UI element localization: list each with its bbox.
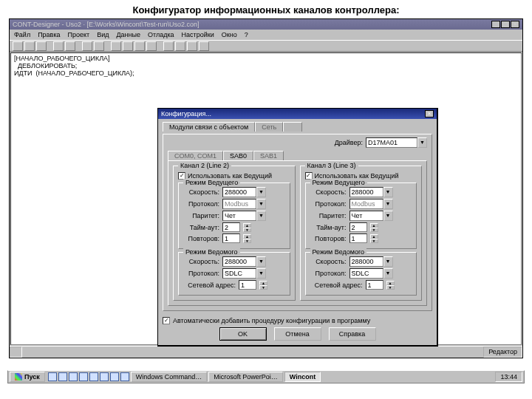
chevron-down-icon[interactable]: ▼ (256, 211, 266, 221)
ch2s-speed-combo[interactable]: ▼ (222, 256, 266, 267)
ch3-parity-combo[interactable]: ▼ (349, 211, 393, 221)
quicklaunch-icon[interactable] (58, 372, 67, 381)
ch3-netaddr-input[interactable] (366, 280, 383, 290)
menu-window[interactable]: Окно (222, 31, 237, 38)
taskbar-item[interactable]: Windows Command… (131, 372, 208, 382)
ch2s-proto-input[interactable] (222, 268, 256, 279)
chevron-down-icon[interactable]: ▼ (383, 211, 393, 221)
menu-project[interactable]: Проект (68, 31, 90, 38)
ch2-speed-combo[interactable]: ▼ (222, 187, 266, 197)
quicklaunch-icon[interactable] (69, 372, 78, 381)
ch2-proto-input[interactable] (222, 199, 256, 209)
ch2-parity-input[interactable] (222, 211, 256, 221)
toolbar-button[interactable] (53, 41, 64, 51)
ch3-proto-combo[interactable]: ▼ (349, 199, 393, 209)
chevron-down-icon[interactable]: ▼ (383, 187, 393, 197)
ch3-speed-input[interactable] (349, 187, 383, 197)
tab-sab1[interactable]: SAB1 (253, 151, 284, 160)
ch2-netaddr-spinner[interactable]: ▲▼ (259, 281, 267, 290)
ch2-timeout-spinner[interactable]: ▲▼ (243, 223, 251, 232)
menu-data[interactable]: Данные (117, 31, 141, 38)
toolbar-button[interactable] (94, 41, 104, 51)
ch2s-speed-input[interactable] (222, 256, 256, 267)
dialog-close-button[interactable]: × (425, 110, 434, 117)
menu-edit[interactable]: Правка (38, 31, 60, 38)
ok-button[interactable]: OK (219, 327, 267, 341)
app-titlebar[interactable]: CONT-Designer - Uso2 · [E:\Works\Wincont… (10, 19, 522, 30)
chevron-down-icon[interactable]: ▼ (383, 199, 393, 209)
ch3s-proto-combo[interactable]: ▼ (349, 268, 393, 279)
ch3-parity-input[interactable] (349, 211, 383, 221)
toolbar-button[interactable] (65, 41, 75, 51)
toolbar-button[interactable] (24, 41, 35, 51)
ch3-retries-spinner[interactable]: ▲▼ (370, 234, 378, 243)
status-mode: Редактор (483, 347, 522, 358)
quicklaunch-icon[interactable] (120, 372, 129, 381)
ch2-parity-combo[interactable]: ▼ (222, 211, 266, 221)
quicklaunch-icon[interactable] (100, 372, 109, 381)
quicklaunch-icon[interactable] (110, 372, 119, 381)
toolbar-button[interactable] (13, 41, 23, 51)
driver-combo[interactable]: ▼ (366, 137, 427, 148)
toolbar-button[interactable] (123, 41, 133, 51)
ch2-speed-input[interactable] (222, 187, 256, 197)
tab-sab0[interactable]: SAB0 (223, 151, 253, 160)
chevron-down-icon[interactable]: ▼ (383, 268, 393, 279)
auto-add-checkbox[interactable]: ✓ (163, 317, 170, 324)
toolbar-button[interactable] (175, 41, 185, 51)
dialog-titlebar[interactable]: Конфигурация... × (158, 109, 437, 119)
menu-view[interactable]: Вид (97, 31, 109, 38)
quicklaunch-icon[interactable] (48, 372, 57, 381)
ch2-retries-input[interactable] (222, 233, 240, 243)
chevron-down-icon[interactable]: ▼ (383, 256, 393, 267)
ch2-retries-spinner[interactable]: ▲▼ (243, 234, 251, 243)
ch3-netaddr-spinner[interactable]: ▲▼ (386, 281, 395, 290)
menu-file[interactable]: Файл (14, 31, 30, 38)
taskbar-item[interactable]: Microsoft PowerPoi… (208, 372, 283, 382)
ch3s-speed-combo[interactable]: ▼ (349, 256, 393, 267)
ch3-proto-input[interactable] (349, 199, 383, 209)
tab-blank[interactable] (283, 122, 302, 132)
chevron-down-icon[interactable]: ▼ (417, 137, 427, 148)
menu-settings[interactable]: Настройки (182, 31, 214, 38)
menu-help[interactable]: ? (245, 31, 248, 38)
menu-debug[interactable]: Отладка (148, 31, 174, 38)
cancel-button[interactable]: Отмена (274, 327, 321, 341)
ch3s-proto-input[interactable] (349, 268, 383, 279)
toolbar-button[interactable] (146, 41, 157, 51)
ch2s-proto-combo[interactable]: ▼ (222, 268, 266, 279)
toolbar-button[interactable] (199, 41, 209, 51)
taskbar-item-active[interactable]: Wincont (284, 372, 321, 382)
toolbar-button[interactable] (111, 41, 121, 51)
ch3-speed-combo[interactable]: ▼ (349, 187, 393, 197)
toolbar-button[interactable] (163, 41, 174, 51)
minimize-button[interactable]: _ (491, 21, 500, 28)
ch3-retries-input[interactable] (349, 233, 367, 243)
chevron-down-icon[interactable]: ▼ (256, 187, 266, 197)
ch3-timeout-spinner[interactable]: ▲▼ (370, 223, 378, 232)
quicklaunch-icon[interactable] (89, 372, 98, 381)
toolbar-button[interactable] (36, 41, 47, 51)
ch2-timeout-input[interactable] (222, 222, 240, 232)
ch2-netaddr-input[interactable] (239, 280, 256, 290)
toolbar-button[interactable] (187, 41, 197, 51)
tab-modules[interactable]: Модули связи с объектом (163, 122, 255, 132)
channel3-slave-group: Режим Ведомого Скорость: ▼ Протокол: ▼ С… (305, 252, 417, 296)
quicklaunch-icon[interactable] (79, 372, 88, 381)
tab-com[interactable]: COM0, COM1 (168, 151, 223, 160)
ch3-timeout-input[interactable] (349, 222, 367, 232)
chevron-down-icon[interactable]: ▼ (256, 256, 266, 267)
taskbar-clock[interactable]: 13:44 (495, 372, 522, 382)
close-button[interactable]: × (511, 21, 519, 28)
driver-input[interactable] (366, 137, 417, 148)
toolbar-button[interactable] (134, 41, 145, 51)
ch2-proto-combo[interactable]: ▼ (222, 199, 266, 209)
tab-network[interactable]: Сеть (255, 122, 283, 132)
chevron-down-icon[interactable]: ▼ (256, 268, 266, 279)
chevron-down-icon[interactable]: ▼ (256, 199, 266, 209)
toolbar-button[interactable] (82, 41, 92, 51)
ch3s-speed-input[interactable] (349, 256, 383, 267)
start-button[interactable]: Пуск (10, 372, 45, 382)
maximize-button[interactable]: ▢ (501, 21, 510, 28)
help-button[interactable]: Справка (329, 327, 376, 341)
